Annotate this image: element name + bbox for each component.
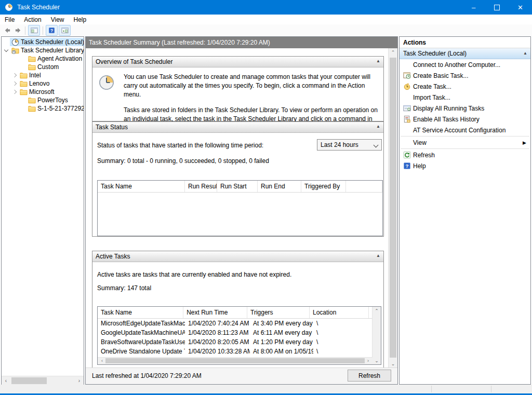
column-header-next-run-time[interactable]: Next Run Time — [183, 307, 247, 318]
column-header-location[interactable]: Location — [310, 307, 369, 318]
display-running-tasks-icon — [403, 104, 411, 113]
action-item-view[interactable]: View▶ — [400, 137, 530, 148]
active-tasks-vertical-scrollbar[interactable]: ⌃ ⌄ — [372, 307, 381, 364]
tree-item-label: Agent Activation Runt — [37, 55, 84, 62]
folder-icon — [28, 96, 36, 104]
table-row[interactable]: GoogleUpdateTaskMachineUA1/04/2020 8:11:… — [98, 328, 373, 337]
table-row[interactable]: BraveSoftwareUpdateTaskUserS-1-...1/04/2… — [98, 337, 373, 347]
action-item-import-task[interactable]: Import Task... — [400, 92, 530, 103]
table-cell: \ — [313, 329, 373, 336]
scroll-up-icon[interactable]: ⌃ — [389, 48, 397, 57]
collapse-icon[interactable]: ▲ — [376, 253, 380, 258]
menu-file[interactable]: File — [0, 15, 19, 24]
action-item-label: Help — [413, 162, 426, 170]
scroll-down-icon[interactable]: ⌄ — [389, 360, 397, 368]
action-item-create-task[interactable]: Create Task... — [400, 81, 530, 92]
active-tasks-section-header[interactable]: Active Tasks ▲ — [92, 251, 383, 262]
task-status-section-header[interactable]: Task Status ▲ — [92, 122, 383, 133]
action-item-label: AT Service Account Configuration — [413, 127, 506, 134]
column-header-run-start[interactable]: Run Start — [217, 181, 258, 192]
chevron-right-icon[interactable] — [11, 74, 18, 77]
scroll-left-icon[interactable]: ‹ — [2, 376, 10, 385]
tree-horizontal-scrollbar[interactable]: ‹ › — [2, 376, 84, 385]
action-item-connect-to-another-computer[interactable]: Connect to Another Computer... — [400, 59, 530, 70]
library-icon — [11, 46, 19, 55]
overview-section-title: Overview of Task Scheduler — [96, 58, 173, 65]
tree-item-task-scheduler-library[interactable]: Task Scheduler Library — [2, 46, 84, 55]
icon-spacer — [403, 126, 411, 134]
console-tree-icon[interactable] — [28, 25, 40, 36]
action-item-enable-all-tasks-history[interactable]: Enable All Tasks History — [400, 114, 530, 125]
tree-item-powertoys[interactable]: PowerToys — [2, 96, 84, 104]
menu-action[interactable]: Action — [19, 15, 46, 24]
minimize-button[interactable]: – — [462, 0, 485, 15]
chevron-down-icon — [374, 143, 379, 148]
scrollbar-thumb[interactable] — [11, 377, 47, 384]
table-cell: 1/04/2020 8:20:05 AM — [185, 338, 250, 346]
summary-header: Task Scheduler Summary (Last refreshed: … — [86, 37, 397, 48]
tree-item-s-1-5-21-3772926790[interactable]: S-1-5-21-3772926790- — [2, 104, 84, 113]
chevron-right-icon[interactable] — [11, 82, 18, 85]
collapse-icon[interactable]: ▲ — [523, 51, 527, 56]
scroll-right-icon[interactable]: › — [364, 358, 373, 364]
menu-view[interactable]: View — [46, 15, 69, 24]
scroll-down-icon[interactable]: ⌄ — [373, 357, 381, 364]
maximize-icon — [494, 5, 500, 10]
summary-panel: Task Scheduler Summary (Last refreshed: … — [85, 36, 398, 385]
overview-section-header[interactable]: Overview of Task Scheduler ▲ — [92, 57, 383, 67]
active-tasks-horizontal-scrollbar[interactable]: ‹ › — [98, 357, 373, 364]
folder-icon — [28, 63, 36, 71]
table-cell: \ — [313, 348, 373, 355]
forward-arrow-icon[interactable] — [14, 26, 23, 35]
summary-vertical-scrollbar[interactable]: ⌃ ⌄ — [388, 48, 397, 368]
scroll-right-icon[interactable]: › — [75, 376, 84, 385]
maximize-button[interactable] — [485, 0, 509, 15]
table-row[interactable]: OneDrive Standalone Update Task-...1/04/… — [98, 347, 373, 356]
action-item-at-service-account-configuration[interactable]: AT Service Account Configuration — [400, 125, 530, 135]
table-row[interactable]: MicrosoftEdgeUpdateTaskMachine...1/04/20… — [98, 319, 373, 328]
action-item-create-basic-task[interactable]: Create Basic Task... — [400, 70, 530, 81]
table-cell: At 1:20 PM every day - A... — [250, 338, 313, 346]
tree: Task Scheduler (Local)Task Scheduler Lib… — [2, 38, 84, 376]
action-item-label: Import Task... — [413, 94, 450, 101]
action-item-help[interactable]: ?Help — [400, 160, 530, 171]
chevron-right-icon[interactable] — [11, 90, 18, 93]
help-icon[interactable]: ? — [46, 25, 58, 36]
refresh-button[interactable]: Refresh — [348, 370, 391, 382]
menu-help[interactable]: Help — [69, 15, 91, 24]
column-header-run-result[interactable]: Run Result — [185, 181, 217, 192]
column-header-triggered-by[interactable]: Triggered By — [301, 181, 346, 192]
close-button[interactable]: ✕ — [509, 0, 532, 15]
scrollbar-thumb[interactable] — [105, 358, 365, 363]
show-hide-action-pane-icon[interactable] — [59, 25, 71, 36]
chevron-down-icon[interactable] — [3, 49, 10, 51]
action-item-label: Connect to Another Computer... — [413, 61, 500, 69]
table-cell: OneDrive Standalone Update Task-... — [98, 348, 185, 355]
tree-item-microsoft[interactable]: Microsoft — [2, 88, 84, 96]
tree-item-task-scheduler-local[interactable]: Task Scheduler (Local) — [2, 38, 84, 46]
column-header-run-end[interactable]: Run End — [258, 181, 301, 192]
tree-item-custom[interactable]: Custom — [2, 63, 84, 71]
tree-item-agent-activation-runt[interactable]: Agent Activation Runt — [2, 55, 84, 63]
back-arrow-icon[interactable] — [2, 26, 11, 35]
column-header-task-name[interactable]: Task Name — [98, 307, 183, 318]
collapse-icon[interactable]: ▲ — [376, 124, 380, 129]
action-item-label: Create Task... — [413, 83, 451, 90]
action-item-refresh[interactable]: Refresh — [400, 149, 530, 160]
tree-item-intel[interactable]: Intel — [2, 71, 84, 79]
svg-text:?: ? — [405, 163, 408, 169]
column-header-task-name[interactable]: Task Name — [98, 181, 185, 192]
collapse-icon[interactable]: ▲ — [376, 59, 380, 63]
tree-item-label: Task Scheduler Library — [21, 47, 84, 54]
table-cell: 1/04/2020 8:11:23 AM — [185, 329, 250, 336]
time-period-dropdown[interactable]: Last 24 hours — [317, 139, 382, 151]
scrollbar-thumb[interactable] — [390, 58, 396, 358]
scroll-up-icon[interactable]: ⌃ — [373, 307, 381, 315]
column-header-triggers[interactable]: Triggers — [247, 307, 310, 318]
table-cell: \ — [313, 338, 373, 346]
toolbar: ? — [0, 24, 532, 37]
action-item-display-all-running-tasks[interactable]: Display All Running Tasks — [400, 103, 530, 114]
tree-item-lenovo[interactable]: Lenovo — [2, 79, 84, 88]
last-refreshed-text: Last refreshed at 1/04/2020 7:29:20 AM — [92, 372, 202, 379]
actions-group-header[interactable]: Task Scheduler (Local) ▲ — [400, 48, 530, 59]
